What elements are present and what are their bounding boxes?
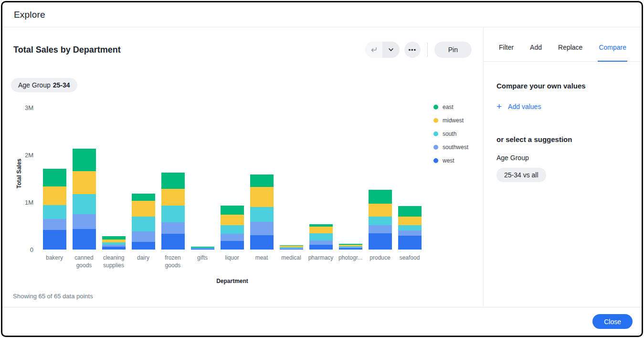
bar-segment-east[interactable]	[73, 149, 96, 171]
bar-segment-west[interactable]	[280, 249, 303, 250]
bar-segment-midwest[interactable]	[250, 187, 274, 207]
bar-segment-west[interactable]	[43, 230, 66, 250]
legend-item-midwest[interactable]: midwest	[433, 117, 468, 124]
bar-segment-midwest[interactable]	[161, 189, 185, 206]
bar-produce	[369, 190, 392, 250]
bar-segment-southwest[interactable]	[221, 234, 244, 241]
history-dropdown-button[interactable]	[382, 42, 400, 58]
undo-group	[365, 42, 400, 58]
legend-label: south	[443, 131, 456, 137]
x-axis-tick-label: pharmacy	[306, 254, 336, 269]
add-values-button[interactable]: + Add values	[496, 103, 541, 110]
bar-segment-west[interactable]	[73, 229, 96, 250]
bar-segment-southwest[interactable]	[132, 231, 155, 242]
bar-segment-midwest[interactable]	[43, 186, 66, 205]
suggestion-chip[interactable]: 25-34 vs all	[496, 168, 546, 182]
x-axis-title: Department	[43, 278, 422, 284]
bar-segment-south[interactable]	[369, 217, 392, 225]
bar-segment-southwest[interactable]	[369, 225, 392, 234]
bar-segment-southwest[interactable]	[309, 240, 333, 245]
x-axis-tick-label: produce	[365, 254, 395, 269]
bar-segment-west[interactable]	[369, 233, 392, 250]
bar-segment-west[interactable]	[398, 236, 422, 250]
bar-segment-west[interactable]	[161, 234, 185, 250]
explore-window: Explore Total Sales by Department	[1, 1, 643, 337]
bar-segment-south[interactable]	[161, 206, 185, 222]
bar-segment-east[interactable]	[221, 206, 244, 215]
legend-item-south[interactable]: south	[433, 131, 468, 137]
bar-segment-east[interactable]	[161, 173, 185, 189]
bar-segment-south[interactable]	[398, 225, 422, 231]
app-footer: Close	[2, 307, 642, 336]
bar-segment-south[interactable]	[132, 217, 155, 232]
bar-meat	[250, 174, 274, 250]
x-axis-tick-label: gifts	[188, 254, 217, 269]
bar-segment-east[interactable]	[43, 169, 66, 187]
x-axis-tick-label: cleaning supplies	[99, 254, 128, 269]
bar-segment-east[interactable]	[132, 194, 155, 201]
add-values-label: Add values	[508, 103, 541, 110]
bar-segment-midwest[interactable]	[73, 171, 96, 195]
x-axis-tick-label: dairy	[128, 254, 158, 269]
legend-item-east[interactable]: east	[433, 104, 468, 110]
x-axis-ticks: bakerycanned goodscleaning suppliesdairy…	[40, 254, 426, 269]
app-header: Explore	[2, 2, 642, 27]
tab-replace[interactable]: Replace	[557, 44, 583, 62]
bar-segment-southwest[interactable]	[398, 230, 422, 236]
bar-photogr	[339, 244, 362, 250]
bar-segment-southwest[interactable]	[161, 222, 185, 234]
chart-area: Total Sales 01M2M3M eastmidwestsouthsout…	[2, 108, 483, 284]
bar-segment-west[interactable]	[132, 242, 155, 250]
toolbar-divider	[427, 43, 428, 57]
legend-item-southwest[interactable]: southwest	[433, 144, 468, 151]
x-axis-tick-label: photogr...	[336, 254, 365, 269]
bar-segment-south[interactable]	[250, 207, 274, 222]
legend-label: west	[443, 157, 454, 164]
stacked-bar-plot	[43, 108, 422, 250]
bar-segment-east[interactable]	[250, 174, 274, 187]
y-axis-tick-label: 3M	[25, 104, 33, 111]
bar-segment-west[interactable]	[191, 249, 214, 250]
bar-segment-south[interactable]	[73, 194, 96, 214]
legend-item-west[interactable]: west	[433, 157, 468, 164]
x-axis-tick-label: liquor	[217, 254, 247, 269]
tab-compare[interactable]: Compare	[598, 44, 627, 62]
undo-icon	[370, 46, 378, 54]
age-group-filter-chip[interactable]: Age Group 25-34	[11, 78, 77, 92]
tab-filter[interactable]: Filter	[498, 44, 515, 62]
side-panel-tabs: FilterAddReplaceCompare	[484, 27, 642, 62]
bar-segment-midwest[interactable]	[132, 201, 155, 217]
bar-segment-west[interactable]	[221, 241, 244, 250]
bar-segment-south[interactable]	[309, 233, 333, 240]
bar-segment-southwest[interactable]	[250, 222, 274, 236]
more-options-button[interactable]: •••	[404, 42, 421, 58]
bar-segment-midwest[interactable]	[369, 204, 392, 217]
pin-button[interactable]: Pin	[434, 42, 472, 58]
bar-segment-southwest[interactable]	[43, 219, 66, 230]
bar-segment-west[interactable]	[309, 245, 333, 250]
bar-segment-midwest[interactable]	[309, 227, 333, 233]
undo-button[interactable]	[365, 42, 382, 58]
bar-medical	[280, 245, 303, 250]
chart-legend: eastmidwestsouthsouthwestwest	[433, 104, 468, 164]
bar-segment-west[interactable]	[102, 247, 126, 250]
bar-segment-east[interactable]	[369, 190, 392, 204]
bar-segment-southwest[interactable]	[73, 214, 96, 229]
bar-segment-west[interactable]	[250, 235, 274, 250]
suggestion-group-label: Age Group	[496, 154, 630, 162]
bar-segment-south[interactable]	[43, 205, 66, 219]
compare-heading: Compare your own values	[496, 82, 630, 90]
tab-add[interactable]: Add	[529, 44, 543, 62]
bar-segment-west[interactable]	[339, 248, 362, 250]
close-button[interactable]: Close	[592, 314, 633, 329]
bar-pharmacy	[309, 224, 333, 250]
bar-segment-midwest[interactable]	[221, 215, 244, 225]
bar-segment-midwest[interactable]	[398, 217, 422, 225]
bar-segment-east[interactable]	[102, 236, 126, 240]
chart-panel: Total Sales by Department	[2, 27, 483, 307]
y-axis-title: Total Sales	[16, 159, 22, 188]
plus-icon: +	[496, 103, 502, 110]
x-axis-tick-label: seafood	[395, 254, 424, 269]
bar-segment-south[interactable]	[221, 225, 244, 234]
bar-segment-east[interactable]	[398, 206, 422, 217]
